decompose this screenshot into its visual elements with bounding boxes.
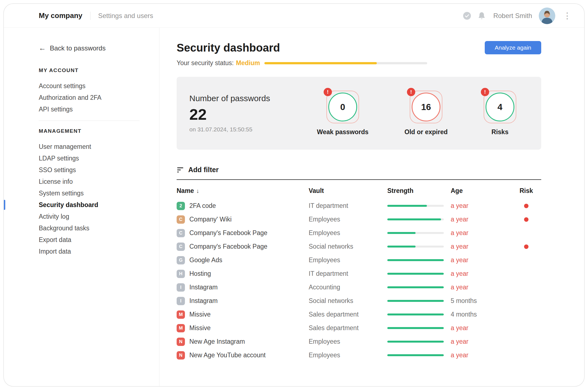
table-row[interactable]: G Google Ads Employees a year xyxy=(177,253,541,267)
bell-icon[interactable] xyxy=(478,12,486,20)
strength-bar xyxy=(387,327,444,329)
sidebar-item-user-management[interactable]: User management xyxy=(39,141,148,152)
risk-cell xyxy=(514,217,539,222)
strength-bar xyxy=(387,313,444,315)
sidebar-item-authorization-and-2fa[interactable]: Authorization and 2FA xyxy=(39,92,148,103)
strength-bar xyxy=(387,218,444,220)
table-row[interactable]: C Company' Wiki Employees a year xyxy=(177,213,541,226)
password-type-icon: I xyxy=(177,297,185,305)
kebab-menu-icon[interactable]: ⋮ xyxy=(562,12,572,20)
age-value: 4 months xyxy=(451,311,514,318)
back-to-passwords-link[interactable]: ← Back to passwords xyxy=(39,44,148,52)
strength-cell xyxy=(387,286,451,288)
vault-name: Employees xyxy=(309,256,387,264)
strength-cell xyxy=(387,313,451,315)
risk-cell xyxy=(514,285,539,290)
table-row[interactable]: I Instagram Social networks 5 months xyxy=(177,294,541,308)
password-name: Company' Wiki xyxy=(189,216,232,223)
password-name: Instagram xyxy=(189,284,218,291)
table-row[interactable]: 2 2FA code IT department a year xyxy=(177,199,541,213)
password-name: Missive xyxy=(189,311,211,318)
column-header-age: Age xyxy=(451,187,514,195)
sidebar-item-label: Account settings xyxy=(39,82,86,90)
sidebar-item-account-settings[interactable]: Account settings xyxy=(39,80,148,92)
age-value: a year xyxy=(451,351,514,359)
stat-circle: 16 xyxy=(412,93,440,121)
check-circle-icon[interactable] xyxy=(463,12,471,20)
sidebar-item-system-settings[interactable]: System settings xyxy=(39,187,148,199)
summary-stats: ! 0 Weak passwords ! 16 Old or expired !… xyxy=(300,91,526,136)
security-status-bar xyxy=(264,62,427,64)
age-value: a year xyxy=(451,270,514,277)
name-cell: C Company's Facebook Page xyxy=(177,243,309,251)
age-value: a year xyxy=(451,243,514,250)
sidebar-item-sso-settings[interactable]: SSO settings xyxy=(39,164,148,176)
table-row[interactable]: I Instagram Accounting a year xyxy=(177,281,541,294)
sidebar-item-api-settings[interactable]: API settings xyxy=(39,103,148,115)
stat-circle: 4 xyxy=(486,93,514,121)
name-cell: C Company' Wiki xyxy=(177,215,309,224)
sidebar-item-import-data[interactable]: Import data xyxy=(39,246,148,257)
password-name: Instagram xyxy=(189,297,218,305)
stat-card: ! 16 Old or expired xyxy=(404,91,448,136)
name-cell: M Missive xyxy=(177,324,309,332)
strength-bar xyxy=(387,300,444,302)
table-row[interactable]: H Hosting IT department a year xyxy=(177,267,541,281)
avatar[interactable] xyxy=(539,7,555,24)
password-type-icon: M xyxy=(177,310,185,319)
strength-cell xyxy=(387,232,451,234)
page-title: Security dashboard xyxy=(177,42,280,54)
vault-name: IT department xyxy=(309,202,387,210)
sidebar-section-title: MANAGEMENT xyxy=(39,128,148,134)
vault-name: Employees xyxy=(309,216,387,223)
stat-frame: ! 0 xyxy=(326,91,359,123)
add-filter-button[interactable]: Add filter xyxy=(177,166,541,174)
vault-name: Sales department xyxy=(309,311,387,318)
strength-cell xyxy=(387,300,451,302)
name-cell: 2 2FA code xyxy=(177,202,309,210)
table-row[interactable]: N New Age Instagram Employees a year xyxy=(177,335,541,348)
password-type-icon: N xyxy=(177,351,185,360)
table-row[interactable]: C Company's Facebook Page Social network… xyxy=(177,240,541,253)
title-row: Security dashboard Analyze again xyxy=(177,41,541,54)
sidebar-item-label: API settings xyxy=(39,106,73,113)
security-status-label: Your security status: xyxy=(177,59,234,67)
topbar-divider xyxy=(90,12,91,20)
password-name: Company's Facebook Page xyxy=(189,229,267,237)
strength-bar xyxy=(387,232,444,234)
strength-bar xyxy=(387,259,444,261)
vault-name: Social networks xyxy=(309,297,387,305)
sidebar-item-license-info[interactable]: License info xyxy=(39,176,148,187)
table-row[interactable]: M Missive Sales department a year xyxy=(177,321,541,335)
strength-cell xyxy=(387,341,451,343)
risk-cell xyxy=(514,353,539,358)
vault-name: Employees xyxy=(309,351,387,359)
table-row[interactable]: N New Age YouTube account Employees a ye… xyxy=(177,348,541,362)
sidebar-item-security-dashboard[interactable]: Security dashboard xyxy=(39,199,148,211)
risk-cell xyxy=(514,326,539,330)
sidebar-item-label: Background tasks xyxy=(39,225,89,232)
security-status-fill xyxy=(264,62,377,64)
password-type-icon: C xyxy=(177,243,185,251)
password-name: Google Ads xyxy=(189,256,222,264)
column-header-vault: Vault xyxy=(309,187,387,195)
strength-bar xyxy=(387,205,444,207)
stat-label: Risks xyxy=(491,128,508,136)
name-cell: C Company's Facebook Page xyxy=(177,229,309,237)
sidebar-item-activity-log[interactable]: Activity log xyxy=(39,211,148,222)
table-row[interactable]: M Missive Sales department 4 months xyxy=(177,308,541,321)
column-header-strength: Strength xyxy=(387,187,451,195)
name-cell: M Missive xyxy=(177,310,309,319)
sidebar-divider xyxy=(39,121,140,121)
sidebar-item-export-data[interactable]: Export data xyxy=(39,234,148,246)
sidebar-item-ldap-settings[interactable]: LDAP settings xyxy=(39,152,148,164)
main-content: Security dashboard Analyze again Your se… xyxy=(159,28,584,386)
passwords-count: 22 xyxy=(189,105,300,123)
risk-dot xyxy=(524,244,528,249)
column-header-name[interactable]: Name ↓ xyxy=(177,187,309,195)
password-name: New Age Instagram xyxy=(189,338,245,345)
sidebar-item-background-tasks[interactable]: Background tasks xyxy=(39,222,148,234)
topbar-section-title: Settings and users xyxy=(98,12,153,20)
table-row[interactable]: C Company's Facebook Page Employees a ye… xyxy=(177,226,541,240)
analyze-again-button[interactable]: Analyze again xyxy=(485,41,541,54)
